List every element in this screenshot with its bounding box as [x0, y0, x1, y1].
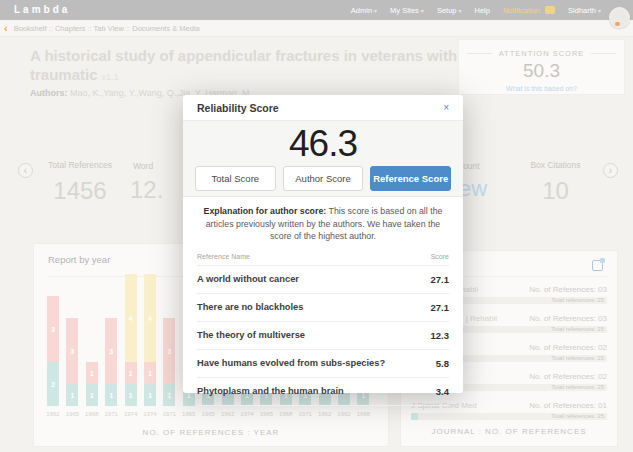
bar-segment-teal: 1 — [105, 384, 117, 406]
reference-score: 27.1 — [431, 302, 450, 313]
notification-badge — [545, 6, 555, 14]
divider — [591, 53, 616, 54]
tab-author-score[interactable]: Author Score — [283, 166, 364, 191]
stat-count-value: ew — [459, 176, 487, 202]
breadcrumb: ‹ Bookshelf :: Chapters :: Tab View :: D… — [0, 20, 633, 37]
nav-item-label: Sidharth — [568, 6, 596, 15]
table-row: The theory of multiverse12.3 — [197, 321, 449, 349]
journal-progress-label: Total references: 25 — [551, 413, 604, 420]
nav-item-label: Admin — [351, 6, 372, 15]
bar-value-label: 1 — [129, 370, 133, 377]
reference-score: 5.8 — [436, 358, 449, 369]
journal-progress-label: Total references: 25 — [551, 384, 604, 391]
nav-item-admin[interactable]: Admin▾ — [351, 6, 377, 15]
attention-score-value: 50.3 — [459, 60, 624, 82]
close-icon[interactable]: × — [443, 103, 449, 113]
nav-item-help[interactable]: Help — [475, 6, 490, 15]
table-row: There are no blackholes27.1 — [197, 293, 449, 321]
journal-ref-count: No. of References: 01 — [529, 401, 607, 410]
attention-info-link[interactable]: What is this based on? — [459, 85, 624, 92]
modal-body: Explanation for author score: This score… — [183, 197, 463, 406]
back-chevron-icon[interactable]: ‹ — [4, 21, 8, 36]
nav-item-sidharth[interactable]: Sidharth▾ — [568, 6, 601, 15]
x-axis-label: 1962 — [218, 411, 238, 417]
divider — [467, 53, 492, 54]
journal-progress-fill — [411, 413, 418, 420]
journal-ref-count: No. of References: 03 — [529, 314, 607, 323]
breadcrumb-item-chapters[interactable]: Chapters — [55, 24, 85, 33]
x-axis-label: 1968 — [276, 411, 296, 417]
bar-1968: 11 — [86, 362, 98, 406]
bar-value-label: 1 — [148, 392, 152, 399]
bar-value-label: 1 — [129, 392, 133, 399]
panel-toggle-icon[interactable] — [592, 260, 603, 271]
journal-progress: Total references: 25 — [411, 413, 607, 420]
modal-title: Reliability Score — [197, 102, 279, 114]
nav-item-setup[interactable]: Setup▾ — [437, 6, 462, 15]
bar-value-label: 1 — [71, 392, 75, 399]
modal-score-section: 46.3 Total ScoreAuthor ScoreReference Sc… — [183, 121, 463, 197]
x-axis-label: 1962 — [43, 411, 63, 417]
bar-segment-pink: 1 — [86, 362, 98, 384]
nav-menu: Admin▾My Sites▾Setup▾HelpNotificationSid… — [351, 0, 601, 20]
bar-1974: 114 — [125, 274, 137, 406]
breadcrumb-item-documents-media[interactable]: Documents & Media — [132, 24, 200, 33]
breadcrumb-item-bookshelf[interactable]: Bookshelf — [14, 24, 47, 33]
top-navbar: Lambda Admin▾My Sites▾Setup▾HelpNotifica… — [0, 0, 633, 20]
x-axis-label: 1962 — [334, 411, 354, 417]
nav-item-label: My Sites — [390, 6, 419, 15]
bar-segment-teal: 1 — [125, 384, 137, 406]
x-axis-label: 1968 — [353, 411, 373, 417]
table-row: A world without cancer27.1 — [197, 265, 449, 293]
journal-ref-count: No. of References: 02 — [529, 372, 607, 381]
journal-progress-label: Total references: 25 — [551, 326, 604, 333]
bar-value-label: 4 — [129, 315, 133, 322]
bar-1971: 13 — [163, 318, 175, 406]
score-table-header: Reference Name Score — [197, 253, 449, 265]
reference-name: There are no blackholes — [197, 302, 303, 312]
tab-total-score[interactable]: Total Score — [195, 166, 276, 191]
stat-word-count-value: 12. — [130, 176, 163, 204]
x-axis-label: 1971 — [159, 411, 179, 417]
carousel-next-icon[interactable]: › — [603, 163, 618, 178]
x-axis-label: 1974 — [140, 411, 160, 417]
table-row: Have humans evolved from subs-species?5.… — [197, 349, 449, 377]
reference-score: 27.1 — [431, 274, 450, 285]
nav-item-my-sites[interactable]: My Sites▾ — [390, 6, 424, 15]
breadcrumb-separator: :: — [124, 24, 132, 33]
chevron-down-icon: ▾ — [374, 7, 377, 14]
bar-segment-pink: 3 — [47, 296, 59, 362]
bar-value-label: 1 — [90, 370, 94, 377]
chevron-down-icon: ▾ — [421, 7, 424, 14]
nav-item-label: Notification — [503, 6, 540, 15]
nav-item-notification[interactable]: Notification — [503, 6, 555, 15]
bar-value-label: 3 — [168, 348, 172, 355]
breadcrumb-item-tab-view[interactable]: Tab View — [94, 24, 124, 33]
journal-progress-label: Total references: 25 — [551, 355, 604, 362]
x-axis-label: 1965 — [179, 411, 199, 417]
reliability-score-modal: Reliability Score × 46.3 Total ScoreAuth… — [183, 95, 463, 393]
bar-value-label: 2 — [51, 381, 55, 388]
stat-box-citations: Box Citations 10 — [508, 160, 603, 205]
table-row: Phytoplasm and the human brain3.4 — [197, 377, 449, 405]
brand-logo[interactable]: Lambda — [14, 4, 70, 15]
bar-segment-yellow: 4 — [125, 274, 137, 362]
journal-panel-caption: JOURNAL : NO. OF REFERENCES — [401, 427, 617, 436]
score-tabs: Total ScoreAuthor ScoreReference Score — [183, 166, 463, 191]
user-avatar[interactable] — [609, 7, 630, 28]
chevron-down-icon: ▾ — [458, 7, 461, 14]
stat-label: Total References — [30, 160, 130, 170]
bar-segment-pink: 1 — [144, 362, 156, 384]
status-dot-icon — [615, 22, 620, 26]
attention-score-card: ATTENTION SCORE 50.3 What is this based … — [458, 39, 625, 95]
x-axis-label: 1968 — [82, 411, 102, 417]
bar-value-label: 1 — [90, 392, 94, 399]
bar-value-label: 1 — [148, 370, 152, 377]
tab-reference-score[interactable]: Reference Score — [370, 166, 451, 191]
chevron-down-icon: ▾ — [598, 7, 601, 14]
document-version: v1.1 — [102, 72, 119, 82]
reliability-score-value: 46.3 — [183, 121, 463, 166]
report-chart-caption: NO. OF REFERENCES : YEAR — [34, 428, 388, 437]
bar-segment-teal: 1 — [86, 384, 98, 406]
score-table-body: A world without cancer27.1There are no b… — [197, 265, 449, 406]
